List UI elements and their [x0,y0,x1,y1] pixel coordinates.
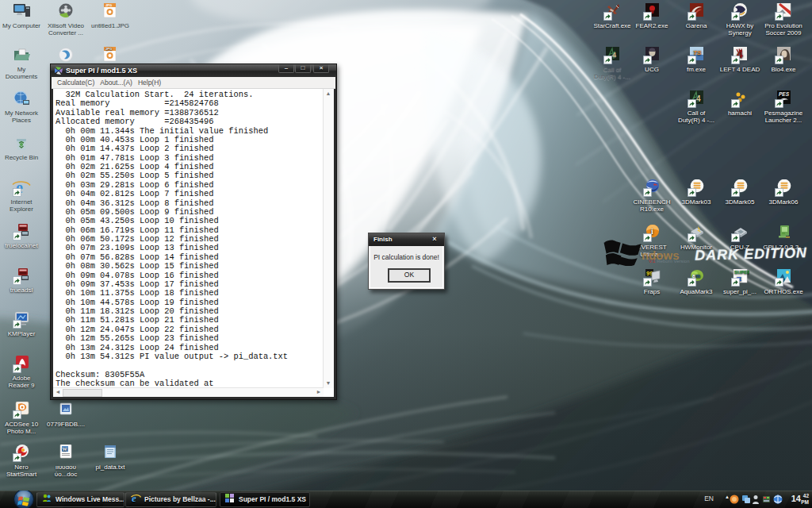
svg-text:e: e [132,493,136,503]
svg-text:am: am [692,273,700,279]
svg-text:4: 4 [696,94,701,103]
svg-text:TS: TS [693,49,702,56]
svg-text:JPG: JPG [105,3,112,7]
svg-text:JPG: JPG [105,47,112,51]
svg-text:PES: PES [779,91,790,97]
svg-text:W: W [63,447,67,452]
svg-text:4: 4 [612,51,616,59]
